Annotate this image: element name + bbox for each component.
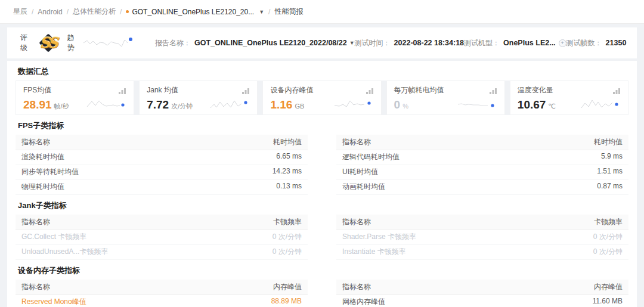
card-value: 1.16 xyxy=(270,98,292,111)
test-device-field: 测试机型： OnePlus LE2... + xyxy=(464,38,566,48)
table-row: Instantiate 卡顿频率 0 次/分钟 xyxy=(336,245,628,260)
col-header-name: 指标名称 xyxy=(21,217,50,227)
fps-table-right: 指标名称 耗时均值 逻辑代码耗时均值 5.9 ms UI耗时均值 1.51 ms… xyxy=(336,135,628,195)
card-value: 10.67 xyxy=(518,98,546,111)
table-header: 指标名称 内存峰值 xyxy=(16,280,308,295)
test-frames-label: 测试帧数： xyxy=(566,38,602,48)
card-label: 设备内存峰值 xyxy=(270,85,313,95)
trend-sparkline xyxy=(82,35,135,51)
table-row: UnloadUnusedA...卡顿频率 0 次/分钟 xyxy=(16,245,308,260)
mini-bar-chart-icon[interactable] xyxy=(489,87,497,94)
col-header-value: 耗时均值 xyxy=(273,137,302,147)
card-label: 温度变化量 xyxy=(518,85,553,95)
card-unit: 帧/秒 xyxy=(54,103,69,110)
table-row: 同步等待耗时均值 14.23 ms xyxy=(16,165,308,180)
fps-section-tables: 指标名称 耗时均值 渲染耗时均值 6.65 ms 同步等待耗时均值 14.23 … xyxy=(16,135,628,195)
memory-section-tables: 指标名称 内存峰值 Reserved Mono峰值 88.89 MB 纹理内存峰… xyxy=(16,280,628,307)
table-row: Shader.Parse 卡顿频率 0 次/分钟 xyxy=(336,230,628,245)
test-frames-field: 测试帧数： 21350 xyxy=(566,38,627,48)
table-row: UI耗时均值 1.51 ms xyxy=(336,165,628,180)
breadcrumb-home[interactable]: 星辰 xyxy=(13,7,27,17)
card-temperature-change: 温度变化量 10.67℃ xyxy=(510,80,628,115)
report-dropdown-caret-icon[interactable]: ▼ xyxy=(349,40,355,46)
mini-bar-chart-icon[interactable] xyxy=(366,87,374,94)
table-row: 渲染耗时均值 6.65 ms xyxy=(16,150,308,165)
card-unit: ℃ xyxy=(548,103,555,110)
card-sparkline xyxy=(580,97,621,111)
report-header: 评级 SS 趋势 报告名称： GOT_ONLINE_OnePlus LE2120… xyxy=(7,27,637,58)
rating-ss-badge: SS xyxy=(36,30,54,55)
card-value: 0 xyxy=(394,98,401,111)
card-sparkline xyxy=(333,97,374,111)
col-header-value: 卡顿频率 xyxy=(594,217,623,227)
device-more-icon[interactable]: + xyxy=(559,39,566,47)
breadcrumb-report-name: GOT_ONLINE_OnePlus LE2120_20... xyxy=(132,8,254,16)
summary-cards-row: FPS均值 28.91帧/秒 Jank 均值 7.72次/分钟 xyxy=(16,80,628,115)
report-name-label: 报告名称： xyxy=(155,38,191,48)
table-row: 动画耗时均值 0.87 ms xyxy=(336,180,628,195)
card-jank-average: Jank 均值 7.72次/分钟 xyxy=(139,80,258,115)
col-header-name: 指标名称 xyxy=(342,137,371,147)
breadcrumb-analysis[interactable]: 总体性能分析 xyxy=(73,7,116,17)
card-label: 每万帧耗电均值 xyxy=(394,85,444,95)
card-value: 28.91 xyxy=(23,98,52,111)
test-time-label: 测试时间： xyxy=(355,38,391,48)
col-header-name: 指标名称 xyxy=(342,217,371,227)
col-header-name: 指标名称 xyxy=(21,137,50,147)
jank-section-title: Jank子类指标 xyxy=(16,195,628,215)
breadcrumb-android[interactable]: Android xyxy=(38,8,62,16)
report-name-value[interactable]: GOT_ONLINE_OnePlus LE2120_2022/08/22 xyxy=(194,39,347,47)
memory-section-title: 设备内存子类指标 xyxy=(16,260,628,280)
fps-section-title: FPS子类指标 xyxy=(16,115,628,135)
col-header-value: 内存峰值 xyxy=(594,282,623,292)
test-frames-value: 21350 xyxy=(606,39,627,47)
memory-table-right: 指标名称 内存峰值 网格内存峰值 11.60 MB 音频内存峰值 0 B xyxy=(336,280,628,307)
breadcrumb-report-dropdown[interactable]: GOT_ONLINE_OnePlus LE2120_20... ▼ xyxy=(126,8,264,16)
card-value: 7.72 xyxy=(147,98,169,111)
card-unit: % xyxy=(402,103,408,110)
table-row: 逻辑代码耗时均值 5.9 ms xyxy=(336,150,628,165)
table-row: 物理耗时均值 0.13 ms xyxy=(16,180,308,195)
card-sparkline xyxy=(457,97,497,111)
jank-section-tables: 指标名称 卡顿频率 GC.Collect 卡顿频率 0 次/分钟 UnloadU… xyxy=(16,215,628,260)
breadcrumb: 星辰 / Android / 总体性能分析 / GOT_ONLINE_OnePl… xyxy=(0,0,644,24)
fps-table-left: 指标名称 耗时均值 渲染耗时均值 6.65 ms 同步等待耗时均值 14.23 … xyxy=(16,135,308,195)
col-header-name: 指标名称 xyxy=(342,282,371,292)
trend-dot-icon xyxy=(129,38,132,41)
card-sparkline xyxy=(209,97,250,111)
trend-label: 趋势 xyxy=(67,33,78,53)
rating-grade: SS xyxy=(36,34,61,51)
col-header-name: 指标名称 xyxy=(21,282,50,292)
table-header: 指标名称 卡顿频率 xyxy=(16,215,308,230)
col-header-value: 内存峰值 xyxy=(273,282,302,292)
col-header-value: 耗时均值 xyxy=(594,137,623,147)
card-fps-average: FPS均值 28.91帧/秒 xyxy=(16,80,134,115)
card-label: Jank 均值 xyxy=(147,85,178,95)
col-header-value: 卡顿频率 xyxy=(273,217,302,227)
card-device-memory-peak: 设备内存峰值 1.16GB xyxy=(262,80,381,115)
mini-bar-chart-icon[interactable] xyxy=(118,87,126,94)
jank-table-right: 指标名称 卡顿频率 Shader.Parse 卡顿频率 0 次/分钟 Insta… xyxy=(336,215,628,260)
report-name-field: 报告名称： GOT_ONLINE_OnePlus LE2120_2022/08/… xyxy=(155,38,355,48)
summary-section-title: 数据汇总 xyxy=(16,61,628,80)
rating-label: 评级 xyxy=(20,33,31,53)
card-unit: 次/分钟 xyxy=(171,103,193,110)
table-header: 指标名称 耗时均值 xyxy=(16,135,308,150)
table-row: GC.Collect 卡顿频率 0 次/分钟 xyxy=(16,230,308,245)
mini-bar-chart-icon[interactable] xyxy=(612,87,621,94)
chevron-down-icon: ▼ xyxy=(259,9,264,15)
card-unit: GB xyxy=(295,103,304,110)
card-power-per-10k-frames: 每万帧耗电均值 0% xyxy=(386,80,505,115)
card-label: FPS均值 xyxy=(23,85,51,95)
memory-table-left: 指标名称 内存峰值 Reserved Mono峰值 88.89 MB 纹理内存峰… xyxy=(16,280,308,307)
test-device-label: 测试机型： xyxy=(464,38,500,48)
table-row: Reserved Mono峰值 88.89 MB xyxy=(16,295,308,307)
jank-table-left: 指标名称 卡顿频率 GC.Collect 卡顿频率 0 次/分钟 UnloadU… xyxy=(16,215,308,260)
table-row: 网格内存峰值 11.60 MB xyxy=(336,295,628,307)
table-header: 指标名称 耗时均值 xyxy=(336,135,628,150)
active-report-dot-icon xyxy=(126,10,129,13)
test-time-field: 测试时间： 2022-08-22 18:34:18 xyxy=(355,38,464,48)
breadcrumb-current-page: 性能简报 xyxy=(274,7,303,17)
table-header: 指标名称 内存峰值 xyxy=(336,280,628,295)
mini-bar-chart-icon[interactable] xyxy=(242,87,250,94)
